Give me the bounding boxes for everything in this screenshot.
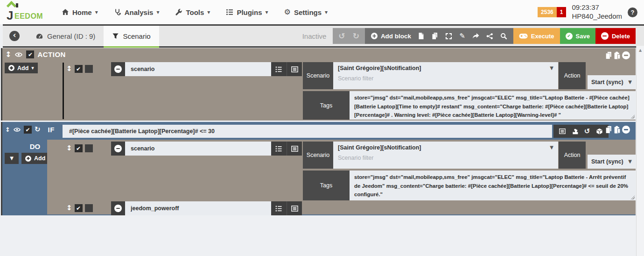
chevron-down-icon <box>266 9 268 15</box>
paste-block-icon[interactable] <box>614 126 621 134</box>
action-name-input[interactable] <box>125 201 271 215</box>
action-name-input[interactable] <box>125 142 271 156</box>
action-mode-select[interactable]: Start (sync) <box>588 75 636 89</box>
history-icon[interactable] <box>584 128 590 135</box>
action-list-button[interactable] <box>271 62 287 76</box>
if-condition-input[interactable] <box>63 125 552 138</box>
save-button[interactable]: Save <box>560 28 595 44</box>
action-detail-button[interactable] <box>287 201 302 215</box>
chevron-down-icon <box>325 9 328 15</box>
eye-icon[interactable] <box>14 51 23 58</box>
eye-icon[interactable] <box>13 126 21 133</box>
action-detail-button[interactable] <box>287 142 302 156</box>
share-arrow-icon <box>472 33 479 39</box>
jeedom-logo[interactable]: J EEDOM <box>5 2 48 22</box>
action-list-button[interactable] <box>271 201 287 215</box>
tab-general[interactable]: General (ID : 9) <box>27 26 104 46</box>
delete-button[interactable]: Delete <box>595 28 636 44</box>
menu-plugins[interactable]: Plugins <box>226 8 268 16</box>
row-enabled-checkbox[interactable] <box>75 65 83 73</box>
chevron-down-icon <box>156 9 159 15</box>
help-icon[interactable]: ? <box>628 7 637 17</box>
drag-handle-icon[interactable] <box>5 127 10 133</box>
remove-action-button[interactable] <box>111 142 125 156</box>
gauge-icon <box>35 33 43 40</box>
hostname: HP840_Jeedom <box>572 12 622 21</box>
back-button[interactable] <box>9 31 20 41</box>
copy-button[interactable] <box>431 32 438 40</box>
paste-block-icon[interactable] <box>614 51 621 59</box>
tab-scenario[interactable]: Scenario <box>104 26 159 46</box>
undo-icon[interactable] <box>338 32 345 40</box>
export-button[interactable] <box>472 33 479 39</box>
action-add-button[interactable]: Add <box>5 63 38 73</box>
scroll-up-icon[interactable] <box>639 49 642 52</box>
redo-icon[interactable] <box>353 32 359 40</box>
action-mode-select[interactable]: Start (sync) <box>588 155 636 169</box>
remove-action-button[interactable] <box>111 62 125 76</box>
row-drag-icon[interactable] <box>66 65 72 72</box>
clock-host: 09:23:37 HP840_Jeedom <box>572 3 622 21</box>
menu-home[interactable]: Home <box>62 8 98 16</box>
home-icon <box>62 8 69 16</box>
share-button[interactable] <box>486 33 493 40</box>
copy-block-icon[interactable] <box>605 51 612 59</box>
alert-count-badge[interactable]: 1 <box>557 7 567 17</box>
notification-count-badge[interactable]: 2536 <box>538 7 557 17</box>
execute-button[interactable]: Execute <box>513 28 560 44</box>
remove-block-icon[interactable] <box>622 126 630 134</box>
minus-circle-icon <box>114 205 122 212</box>
row-option-checkbox[interactable] <box>85 204 93 212</box>
row-option-checkbox[interactable] <box>85 144 93 152</box>
scenario-filter-input[interactable] <box>338 155 553 161</box>
scenario-select[interactable]: [Saint Grégoire][sNotification] <box>338 65 553 71</box>
row-enabled-checkbox[interactable] <box>75 204 83 212</box>
block-enabled-checkbox[interactable] <box>26 50 34 58</box>
copy-block-icon[interactable] <box>605 126 612 134</box>
remove-action-button[interactable] <box>111 201 125 215</box>
chevron-down-icon <box>207 9 210 15</box>
do-label: DO <box>21 142 49 150</box>
menu-analysis[interactable]: Analysis <box>114 8 160 16</box>
menu-tools[interactable]: Tools <box>175 8 210 16</box>
tags-textarea[interactable]: store="jmsg" dst="mail,mobileapp,sms_fre… <box>350 91 636 120</box>
remove-block-icon[interactable] <box>622 51 630 59</box>
chevron-down-icon <box>628 80 632 85</box>
scenario-filter-input[interactable] <box>338 75 553 82</box>
scenario-field-label: Scenario <box>303 142 333 169</box>
row-enabled-checkbox[interactable] <box>75 144 83 152</box>
cube-icon[interactable] <box>596 128 603 135</box>
condition-list-icon[interactable] <box>559 128 566 135</box>
chevron-down-icon <box>550 66 553 71</box>
row-drag-icon[interactable] <box>66 205 72 212</box>
repeat-icon[interactable] <box>35 126 41 133</box>
plus-circle-icon <box>8 65 14 71</box>
fullscreen-button[interactable] <box>445 33 452 40</box>
menu-settings[interactable]: Settings <box>284 8 328 16</box>
add-block-button[interactable]: Add block <box>371 33 411 40</box>
tags-field-label: Tags <box>303 91 350 120</box>
vertical-scrollbar[interactable] <box>636 46 644 256</box>
search-button[interactable] <box>500 33 507 40</box>
drag-handle-icon[interactable] <box>5 51 11 58</box>
template-button[interactable] <box>418 32 424 40</box>
action-list-button[interactable] <box>271 142 287 156</box>
row-drag-icon[interactable] <box>66 145 72 152</box>
edit-icon[interactable] <box>459 33 465 40</box>
block-divider <box>63 63 64 119</box>
undo-redo-group <box>333 28 365 44</box>
plugin-puzzle-icon[interactable] <box>572 128 579 135</box>
chevron-down-icon <box>10 156 14 161</box>
search-icon <box>500 33 507 40</box>
action-detail-button[interactable] <box>287 62 302 76</box>
scenario-select[interactable]: [Saint Grégoire][sNotification] <box>338 144 553 151</box>
back-arrow-icon <box>13 31 16 39</box>
block-enabled-checkbox[interactable] <box>24 126 32 134</box>
tags-field-label: Tags <box>303 171 350 200</box>
row-option-checkbox[interactable] <box>85 65 93 73</box>
action-name-input[interactable] <box>125 62 271 76</box>
plugins-list-icon <box>226 8 233 16</box>
collapse-button[interactable] <box>5 153 19 164</box>
gamepad-icon <box>519 33 528 39</box>
tags-textarea[interactable]: store="jmsg" dst="mail,mobileapp,sms_fre… <box>350 171 636 200</box>
